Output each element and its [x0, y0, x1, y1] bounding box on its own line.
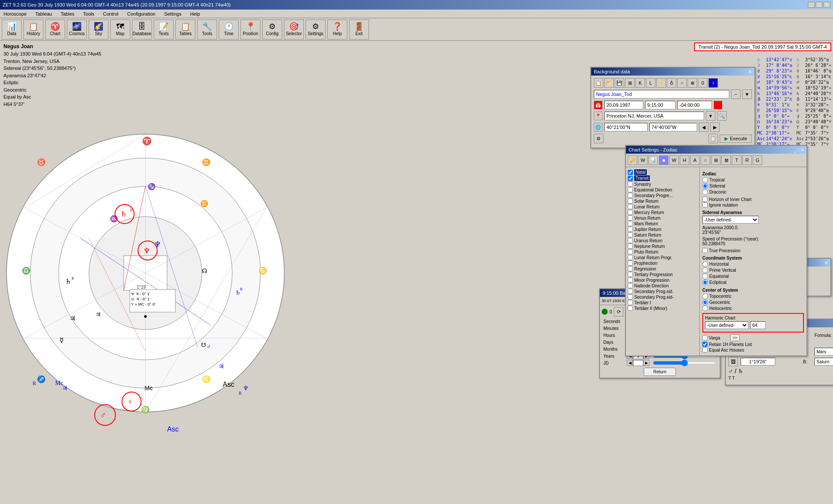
bg-color-box[interactable] [714, 101, 722, 109]
cs-tool2[interactable]: W [638, 155, 648, 165]
toolbar-tables[interactable]: 📋 Tables [175, 20, 195, 40]
toolbar-exit[interactable]: 🚪 Exit [349, 20, 369, 40]
center-helio[interactable] [702, 306, 708, 311]
center-geo[interactable] [702, 300, 708, 305]
bg-name-minus[interactable]: − [731, 89, 741, 99]
harmonic-val-input[interactable] [750, 321, 766, 329]
bg-location-search[interactable]: 🔍 [717, 111, 727, 121]
jd-slider[interactable] [653, 360, 716, 366]
cs-synastry-check[interactable] [628, 181, 633, 187]
menu-horoscope[interactable]: Horoscope [2, 11, 28, 17]
toolbar-config[interactable]: ⚙ Config [262, 20, 282, 40]
bg-zero-btn[interactable]: 0 [698, 78, 708, 88]
cs-tool12[interactable]: R [742, 155, 752, 165]
bg-name-input[interactable] [594, 90, 729, 99]
coord-equatorial[interactable] [702, 273, 708, 279]
jd-plus[interactable]: ▶ [643, 360, 649, 366]
toolbar-selector[interactable]: 🎯 Selector [284, 20, 304, 40]
cs-tool1[interactable]: 🔑 [628, 155, 637, 165]
toolbar-texts[interactable]: 📝 Texts [154, 20, 174, 40]
toolbar-sky[interactable]: 🌠 Sky [89, 20, 109, 40]
bg-K-btn[interactable]: K [635, 78, 645, 88]
menu-help[interactable]: Help [188, 11, 202, 17]
time-cycle-btn[interactable]: ⟳ [614, 307, 623, 316]
b-planet-dropdown[interactable]: Saturn [814, 358, 833, 366]
bg-info-btn[interactable]: i [708, 78, 718, 88]
toolbar-database[interactable]: 🗄 Database [132, 20, 152, 40]
horizon-inner-check[interactable] [702, 197, 708, 202]
true-precession-check[interactable] [702, 248, 708, 253]
a-planet-dropdown[interactable]: Mars [814, 348, 833, 356]
bg-copy2-btn[interactable]: 📋 [708, 134, 718, 143]
ignore-nutation-check[interactable] [702, 202, 708, 208]
chart-settings-close[interactable]: ✕ [800, 148, 804, 152]
menu-control[interactable]: Control [101, 11, 120, 17]
retain1h-check[interactable] [702, 342, 708, 347]
bg-dialog-close-button[interactable]: ✕ [748, 69, 752, 74]
zodiac-sidereal[interactable] [702, 183, 708, 189]
varga-check[interactable] [702, 335, 708, 340]
cs-tool13[interactable]: G [753, 155, 762, 165]
bg-lat-input[interactable] [604, 123, 648, 132]
bg-open-btn[interactable]: 📂 [604, 78, 614, 88]
menu-tables[interactable]: Tables [59, 11, 76, 17]
coord-horizontal[interactable] [702, 261, 708, 267]
bg-coord-btn2[interactable]: ▶ [710, 122, 720, 132]
varga-btn[interactable]: >> [730, 334, 740, 341]
bg-lon-input[interactable] [649, 123, 697, 132]
menu-tableau[interactable]: Tableau [33, 11, 54, 17]
maximize-button[interactable]: □ [816, 2, 823, 8]
cs-transit-check[interactable] [628, 176, 633, 181]
cs-tool9[interactable]: ⊞ [711, 155, 721, 165]
bg-planet1-btn[interactable]: ♁ [667, 78, 676, 88]
bg-time-input[interactable] [645, 101, 675, 109]
bg-save-btn[interactable]: 💾 [615, 78, 624, 88]
harmonic-dropdown[interactable]: -User defined- [705, 321, 748, 329]
toolbar-map[interactable]: 🗺 Map [110, 20, 130, 40]
cs-tool10[interactable]: ⊠ [721, 155, 731, 165]
toolbar-time[interactable]: 🕐 Time [219, 20, 239, 40]
toolbar-chart[interactable]: ♈ Chart [45, 20, 65, 40]
close-button[interactable]: ✕ [823, 2, 830, 8]
bg-L-btn[interactable]: L [646, 78, 655, 88]
zodiac-tropical[interactable] [702, 177, 708, 183]
toolbar-tools[interactable]: 🔧 Tools [197, 20, 217, 40]
bg-circle-btn[interactable]: ○ [677, 78, 687, 88]
toolbar-settings[interactable]: ⚙ Settings [306, 20, 326, 40]
cs-tool5[interactable]: W [669, 155, 679, 165]
bg-location-input[interactable] [604, 112, 704, 120]
return-button[interactable]: Return [644, 368, 676, 376]
coord-prime[interactable] [702, 267, 708, 273]
direction-close[interactable]: ✕ [824, 260, 828, 265]
toolbar-help[interactable]: ❓ Help [327, 20, 347, 40]
coord-ecliptical[interactable] [702, 280, 708, 285]
bg-cross-btn[interactable]: ⊕ [688, 78, 697, 88]
chart-settings-min[interactable]: _ [793, 148, 796, 152]
bg-date-input[interactable] [604, 101, 643, 109]
bg-execute-button[interactable]: ▶ Execute [720, 135, 752, 143]
pointer-img-btn[interactable]: 🖼 [728, 357, 738, 366]
cs-tool3[interactable]: 📊 [649, 155, 658, 165]
bg-coord-btn1[interactable]: ◀ [699, 122, 708, 132]
bg-special-btn[interactable]: ⚡ [656, 78, 666, 88]
toolbar-history[interactable]: 📋 History [23, 20, 43, 40]
jd-minus[interactable]: ◀ [627, 360, 633, 366]
cs-tool6[interactable]: H [680, 155, 689, 165]
cs-tool8[interactable]: ○ [701, 155, 710, 165]
bg-copy-btn[interactable]: 📋 [594, 78, 603, 88]
cs-tool11[interactable]: T [732, 155, 741, 165]
minimize-button[interactable]: _ [808, 2, 815, 8]
bg-tz-input[interactable] [677, 101, 712, 109]
bg-misc-btn[interactable]: ⚙ [594, 134, 603, 143]
bg-name-dropdown[interactable]: ▼ [742, 89, 752, 99]
zodiac-draconic[interactable] [702, 189, 708, 195]
bg-table-btn[interactable]: ⊞ [625, 78, 635, 88]
cs-tool4[interactable]: ■ [659, 155, 668, 165]
bg-location-dropdown[interactable]: ▼ [706, 111, 715, 121]
menu-tools[interactable]: Tools [82, 11, 96, 17]
toolbar-cosmos[interactable]: 🌌 Cosmos [67, 20, 87, 40]
toolbar-data[interactable]: 📊 Data [2, 20, 22, 40]
chart-settings-max[interactable]: □ [797, 148, 800, 152]
menu-settings[interactable]: Settings [162, 11, 183, 17]
ayanamsa-dropdown[interactable]: -User defined- [702, 216, 759, 224]
